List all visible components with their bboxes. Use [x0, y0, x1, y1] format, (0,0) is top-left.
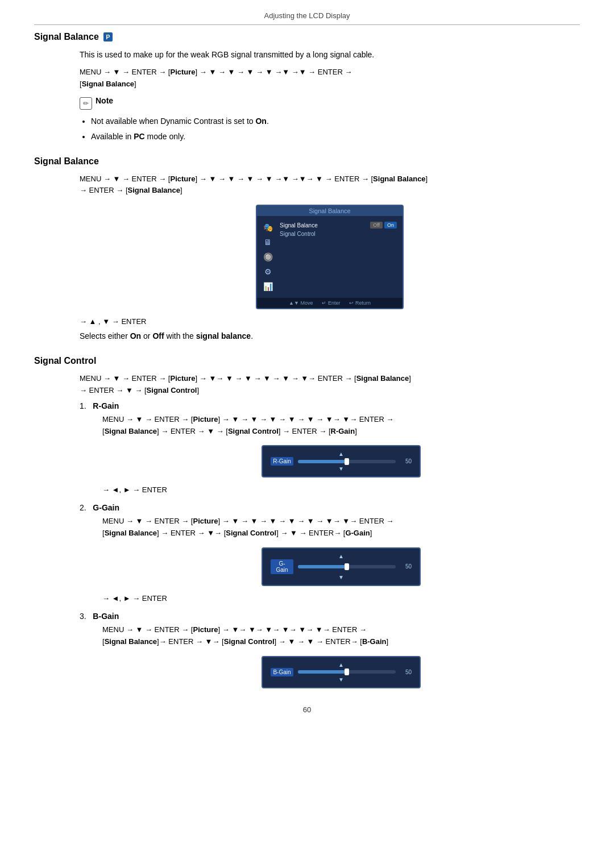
page-number: 60 [34, 705, 580, 714]
subsection2-menu-path: MENU → ▼ → ENTER → [Picture] → ▼ → ▼ → ▼… [102, 516, 580, 539]
ggain-screen-wrapper: ▲ G-Gain 50 ▼ [102, 547, 580, 586]
section3-body: MENU → ▼ → ENTER → [Picture] → ▼→ ▼ → ▼ … [80, 373, 580, 688]
subsection2-title: G-Gain [93, 503, 119, 512]
bgain-up-arrow: ▲ [271, 662, 412, 668]
icon-5: 📊 [262, 281, 273, 292]
footer-enter: ↵ Enter [322, 300, 340, 306]
bgain-track [298, 670, 396, 674]
section1-menu-path: MENU → ▼ → ENTER → [Picture] → ▼ → ▼ → ▼… [80, 67, 580, 90]
pc-icon: P [103, 32, 113, 41]
icon-2: 🖥 [262, 236, 273, 248]
subsection3-num: 3. B-Gain [80, 612, 580, 621]
rgain-screen-wrapper: ▲ R-Gain 50 ▼ [102, 445, 580, 477]
menu-item-label-2: Signal Control [280, 231, 397, 237]
ggain-value: 50 [400, 563, 412, 570]
signal-balance-screen-section: Signal Balance MENU → ▼ → ENTER → [Pictu… [34, 156, 580, 343]
section2-title-text: Signal Balance [34, 156, 99, 167]
rgain-value: 50 [400, 458, 412, 464]
bgain-screen-wrapper: ▲ B-Gain 50 ▼ [102, 656, 580, 688]
section1-description: This is used to make up for the weak RGB… [80, 49, 580, 61]
subsection3-menu-path: MENU → ▼ → ENTER → [Picture] → ▼→ ▼→ ▼→ … [102, 624, 580, 648]
section3-menu-path: MENU → ▼ → ENTER → [Picture] → ▼→ ▼ → ▼ … [80, 373, 580, 397]
subsection3-body: MENU → ▼ → ENTER → [Picture] → ▼→ ▼→ ▼→ … [102, 624, 580, 688]
page-header: Adjusting the LCD Display [34, 11, 580, 25]
screen-footer: ▲▼ Move ↵ Enter ↩ Return [257, 298, 403, 308]
icon-4: ⚙ [262, 266, 273, 277]
subsection1-num: 1. R-Gain [80, 401, 580, 410]
menu-item-label-1: Signal Balance [280, 222, 370, 229]
subsection3-title: B-Gain [93, 612, 119, 621]
bgain-label: B-Gain [271, 668, 293, 676]
bgain-screen: ▲ B-Gain 50 ▼ [262, 656, 421, 688]
bgain-down-arrow: ▼ [271, 676, 412, 683]
section2-body: MENU → ▼ → ENTER → [Picture] → ▼ → ▼ → ▼… [80, 173, 580, 343]
note-box: ✏ Note [80, 96, 580, 110]
page-container: Adjusting the LCD Display Signal Balance… [0, 0, 614, 737]
screen-icons: 🎭 🖥 🔘 ⚙ 📊 [259, 219, 276, 294]
subsection1-menu-path: MENU → ▼ → ENTER → [Picture] → ▼ → ▼ → ▼… [102, 414, 580, 438]
bgain-value: 50 [400, 669, 412, 675]
icon-3: 🔘 [262, 251, 273, 263]
section2-title-row: Signal Balance [34, 156, 580, 167]
subsection2-num: 2. G-Gain [80, 503, 580, 512]
section3-title-text: Signal Control [34, 356, 96, 366]
ggain-up-arrow: ▲ [271, 553, 412, 559]
screen-body: 🎭 🖥 🔘 ⚙ 📊 Signal Balance Off O [257, 216, 403, 298]
bgain-fill [298, 670, 347, 674]
screen-title-bar: Signal Balance [257, 206, 403, 216]
bullet-2: Available in PC mode only. [91, 131, 580, 143]
subsection2-body: MENU → ▼ → ENTER → [Picture] → ▼ → ▼ → ▼… [102, 516, 580, 603]
section2-description: Selects either On or Off with the signal… [80, 330, 580, 342]
ggain-track [298, 565, 396, 568]
signal-balance-intro-section: Signal Balance P This is used to make up… [34, 32, 580, 143]
rgain-slider-row: R-Gain 50 [271, 457, 412, 466]
icon-1: 🎭 [262, 222, 273, 233]
rgain-label: R-Gain [271, 457, 293, 466]
note-label: Note [96, 96, 113, 105]
section1-title-row: Signal Balance P [34, 32, 580, 42]
rgain-screen: ▲ R-Gain 50 ▼ [262, 445, 421, 477]
section1-body: This is used to make up for the weak RGB… [80, 49, 580, 143]
screen-menu-item-2: Signal Control [280, 231, 397, 237]
subsection-bgain: 3. B-Gain MENU → ▼ → ENTER → [Picture] →… [80, 612, 580, 688]
section1-bullets: Not available when Dynamic Contrast is s… [91, 115, 580, 143]
footer-return: ↩ Return [349, 300, 371, 306]
bgain-thumb [345, 668, 349, 675]
lcd-screen-wrapper: Signal Balance 🎭 🖥 🔘 ⚙ 📊 Signal Balance [80, 205, 580, 309]
subsection-rgain: 1. R-Gain MENU → ▼ → ENTER → [Picture] →… [80, 401, 580, 495]
ggain-label: G-Gain [271, 559, 293, 574]
rgain-track [298, 460, 396, 463]
subsection2-arrow-nav: → ◄, ► → ENTER [102, 594, 580, 603]
header-title: Adjusting the LCD Display [264, 11, 350, 20]
bullet-1: Not available when Dynamic Contrast is s… [91, 115, 580, 127]
menu-item-value-1: Off On [370, 222, 397, 229]
ggain-down-arrow: ▼ [271, 574, 412, 580]
bgain-slider-row: B-Gain 50 [271, 668, 412, 676]
rgain-down-arrow: ▼ [271, 466, 412, 472]
rgain-fill [298, 460, 347, 463]
note-icon: ✏ [80, 97, 92, 110]
subsection1-body: MENU → ▼ → ENTER → [Picture] → ▼ → ▼ → ▼… [102, 414, 580, 495]
subsection-ggain: 2. G-Gain MENU → ▼ → ENTER → [Picture] →… [80, 503, 580, 603]
section3-title-row: Signal Control [34, 356, 580, 366]
section2-menu-path: MENU → ▼ → ENTER → [Picture] → ▼ → ▼ → ▼… [80, 173, 580, 197]
val-on: On [384, 222, 397, 229]
subsection1-arrow-nav: → ◄, ► → ENTER [102, 485, 580, 494]
ggain-slider-row: G-Gain 50 [271, 559, 412, 574]
ggain-screen: ▲ G-Gain 50 ▼ [262, 547, 421, 586]
screen-menu-item-1: Signal Balance Off On [280, 222, 397, 229]
rgain-up-arrow: ▲ [271, 451, 412, 457]
section2-arrow-nav: → ▲ , ▼ → ENTER [80, 317, 580, 326]
footer-move: ▲▼ Move [289, 300, 313, 306]
subsection1-title: R-Gain [93, 401, 119, 410]
section1-title-text: Signal Balance [34, 32, 99, 42]
lcd-screen: Signal Balance 🎭 🖥 🔘 ⚙ 📊 Signal Balance [256, 205, 404, 309]
ggain-thumb [345, 563, 349, 570]
screen-menu-area: Signal Balance Off On Signal Control [276, 219, 400, 294]
rgain-thumb [345, 458, 349, 465]
signal-control-section: Signal Control MENU → ▼ → ENTER → [Pictu… [34, 356, 580, 688]
ggain-fill [298, 565, 347, 568]
val-off: Off [370, 222, 383, 229]
